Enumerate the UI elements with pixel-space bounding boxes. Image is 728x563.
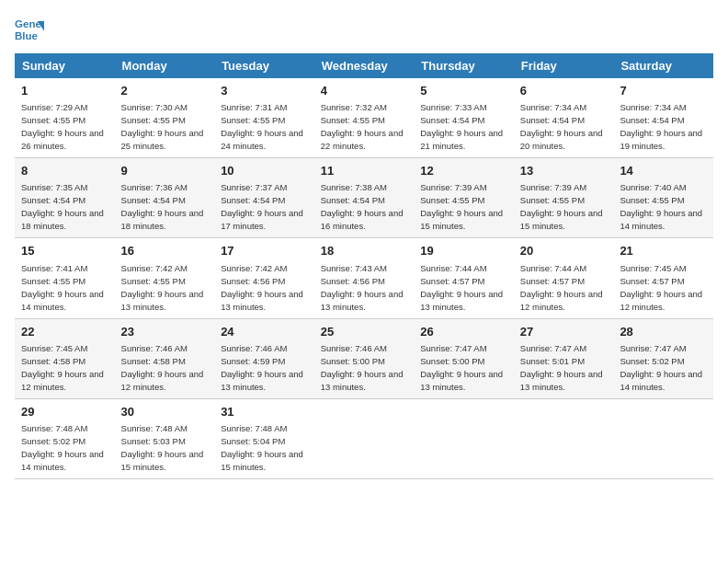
day-cell	[314, 398, 415, 478]
week-row-4: 22 Sunrise: 7:45 AMSunset: 4:58 PMDaylig…	[15, 318, 713, 398]
day-cell: 23 Sunrise: 7:46 AMSunset: 4:58 PMDaylig…	[115, 318, 215, 398]
day-cell: 28 Sunrise: 7:47 AMSunset: 5:02 PMDaylig…	[613, 318, 713, 398]
day-info: Sunrise: 7:47 AMSunset: 5:02 PMDaylight:…	[620, 343, 702, 392]
day-cell: 24 Sunrise: 7:46 AMSunset: 4:59 PMDaylig…	[214, 318, 314, 398]
day-number: 17	[221, 243, 308, 259]
page-header: General Blue	[15, 15, 713, 44]
day-cell: 16 Sunrise: 7:42 AMSunset: 4:55 PMDaylig…	[115, 238, 215, 318]
day-info: Sunrise: 7:42 AMSunset: 4:55 PMDaylight:…	[121, 263, 204, 312]
col-header-tuesday: Tuesday	[214, 53, 314, 78]
day-info: Sunrise: 7:45 AMSunset: 4:57 PMDaylight:…	[620, 263, 702, 312]
day-info: Sunrise: 7:48 AMSunset: 5:03 PMDaylight:…	[121, 423, 204, 472]
day-cell: 13 Sunrise: 7:39 AMSunset: 4:55 PMDaylig…	[514, 158, 614, 238]
col-header-monday: Monday	[115, 53, 215, 78]
col-header-saturday: Saturday	[613, 53, 713, 78]
col-header-thursday: Thursday	[414, 53, 514, 78]
day-cell: 4 Sunrise: 7:32 AMSunset: 4:55 PMDayligh…	[314, 78, 415, 158]
day-info: Sunrise: 7:33 AMSunset: 4:54 PMDaylight:…	[420, 102, 503, 151]
day-number: 25	[321, 324, 408, 340]
day-cell: 18 Sunrise: 7:43 AMSunset: 4:56 PMDaylig…	[314, 238, 415, 318]
day-number: 23	[121, 324, 209, 340]
day-info: Sunrise: 7:31 AMSunset: 4:55 PMDaylight:…	[221, 102, 303, 151]
day-cell: 14 Sunrise: 7:40 AMSunset: 4:55 PMDaylig…	[613, 158, 713, 238]
week-row-3: 15 Sunrise: 7:41 AMSunset: 4:55 PMDaylig…	[15, 238, 713, 318]
day-cell: 22 Sunrise: 7:45 AMSunset: 4:58 PMDaylig…	[15, 318, 115, 398]
day-number: 14	[620, 163, 707, 179]
day-cell: 2 Sunrise: 7:30 AMSunset: 4:55 PMDayligh…	[115, 78, 215, 158]
day-info: Sunrise: 7:40 AMSunset: 4:55 PMDaylight:…	[620, 182, 702, 231]
day-number: 4	[321, 83, 408, 99]
day-cell: 7 Sunrise: 7:34 AMSunset: 4:54 PMDayligh…	[613, 78, 713, 158]
col-header-wednesday: Wednesday	[314, 53, 415, 78]
day-info: Sunrise: 7:47 AMSunset: 5:01 PMDaylight:…	[520, 343, 603, 392]
day-info: Sunrise: 7:41 AMSunset: 4:55 PMDaylight:…	[21, 263, 104, 312]
day-number: 19	[420, 243, 507, 259]
day-cell: 15 Sunrise: 7:41 AMSunset: 4:55 PMDaylig…	[15, 238, 115, 318]
week-row-5: 29 Sunrise: 7:48 AMSunset: 5:02 PMDaylig…	[15, 398, 713, 478]
day-number: 24	[221, 324, 308, 340]
calendar-table: SundayMondayTuesdayWednesdayThursdayFrid…	[15, 53, 713, 479]
day-info: Sunrise: 7:48 AMSunset: 5:04 PMDaylight:…	[221, 423, 303, 472]
day-info: Sunrise: 7:46 AMSunset: 4:58 PMDaylight:…	[121, 343, 204, 392]
day-info: Sunrise: 7:47 AMSunset: 5:00 PMDaylight:…	[420, 343, 503, 392]
day-info: Sunrise: 7:43 AMSunset: 4:56 PMDaylight:…	[321, 263, 404, 312]
day-cell: 25 Sunrise: 7:46 AMSunset: 5:00 PMDaylig…	[314, 318, 415, 398]
day-number: 28	[620, 324, 707, 340]
day-number: 20	[520, 243, 608, 259]
day-cell	[613, 398, 713, 478]
day-cell: 1 Sunrise: 7:29 AMSunset: 4:55 PMDayligh…	[15, 78, 115, 158]
logo-icon: General Blue	[15, 15, 44, 44]
day-info: Sunrise: 7:30 AMSunset: 4:55 PMDaylight:…	[121, 102, 204, 151]
day-number: 2	[121, 83, 209, 99]
day-info: Sunrise: 7:44 AMSunset: 4:57 PMDaylight:…	[520, 263, 603, 312]
day-cell: 6 Sunrise: 7:34 AMSunset: 4:54 PMDayligh…	[514, 78, 614, 158]
day-cell: 5 Sunrise: 7:33 AMSunset: 4:54 PMDayligh…	[414, 78, 514, 158]
day-info: Sunrise: 7:38 AMSunset: 4:54 PMDaylight:…	[321, 182, 404, 231]
day-number: 27	[520, 324, 608, 340]
day-cell: 31 Sunrise: 7:48 AMSunset: 5:04 PMDaylig…	[214, 398, 314, 478]
day-number: 10	[221, 163, 308, 179]
day-number: 15	[21, 243, 108, 259]
col-header-friday: Friday	[514, 53, 614, 78]
day-number: 9	[121, 163, 209, 179]
day-number: 12	[420, 163, 507, 179]
svg-text:Blue: Blue	[15, 30, 39, 41]
logo: General Blue	[15, 15, 44, 44]
day-number: 6	[520, 83, 608, 99]
day-cell: 27 Sunrise: 7:47 AMSunset: 5:01 PMDaylig…	[514, 318, 614, 398]
day-number: 3	[221, 83, 308, 99]
week-row-1: 1 Sunrise: 7:29 AMSunset: 4:55 PMDayligh…	[15, 78, 713, 158]
day-cell: 29 Sunrise: 7:48 AMSunset: 5:02 PMDaylig…	[15, 398, 115, 478]
day-info: Sunrise: 7:39 AMSunset: 4:55 PMDaylight:…	[520, 182, 603, 231]
day-cell: 30 Sunrise: 7:48 AMSunset: 5:03 PMDaylig…	[115, 398, 215, 478]
day-cell	[414, 398, 514, 478]
day-info: Sunrise: 7:46 AMSunset: 4:59 PMDaylight:…	[221, 343, 303, 392]
day-cell: 8 Sunrise: 7:35 AMSunset: 4:54 PMDayligh…	[15, 158, 115, 238]
day-info: Sunrise: 7:39 AMSunset: 4:55 PMDaylight:…	[420, 182, 503, 231]
day-cell: 11 Sunrise: 7:38 AMSunset: 4:54 PMDaylig…	[314, 158, 415, 238]
day-number: 5	[420, 83, 507, 99]
day-number: 31	[221, 404, 308, 420]
day-info: Sunrise: 7:42 AMSunset: 4:56 PMDaylight:…	[221, 263, 303, 312]
day-info: Sunrise: 7:37 AMSunset: 4:54 PMDaylight:…	[221, 182, 303, 231]
day-info: Sunrise: 7:35 AMSunset: 4:54 PMDaylight:…	[21, 182, 104, 231]
day-cell: 20 Sunrise: 7:44 AMSunset: 4:57 PMDaylig…	[514, 238, 614, 318]
day-number: 13	[520, 163, 608, 179]
day-cell: 10 Sunrise: 7:37 AMSunset: 4:54 PMDaylig…	[214, 158, 314, 238]
day-cell	[514, 398, 614, 478]
day-number: 26	[420, 324, 507, 340]
day-number: 11	[321, 163, 408, 179]
day-cell: 26 Sunrise: 7:47 AMSunset: 5:00 PMDaylig…	[414, 318, 514, 398]
week-row-2: 8 Sunrise: 7:35 AMSunset: 4:54 PMDayligh…	[15, 158, 713, 238]
day-info: Sunrise: 7:46 AMSunset: 5:00 PMDaylight:…	[321, 343, 404, 392]
day-info: Sunrise: 7:48 AMSunset: 5:02 PMDaylight:…	[21, 423, 104, 472]
day-info: Sunrise: 7:44 AMSunset: 4:57 PMDaylight:…	[420, 263, 503, 312]
day-number: 16	[121, 243, 209, 259]
day-number: 8	[21, 163, 108, 179]
day-info: Sunrise: 7:36 AMSunset: 4:54 PMDaylight:…	[121, 182, 204, 231]
day-info: Sunrise: 7:34 AMSunset: 4:54 PMDaylight:…	[620, 102, 702, 151]
day-cell: 19 Sunrise: 7:44 AMSunset: 4:57 PMDaylig…	[414, 238, 514, 318]
day-number: 1	[21, 83, 108, 99]
day-info: Sunrise: 7:29 AMSunset: 4:55 PMDaylight:…	[21, 102, 104, 151]
day-number: 30	[121, 404, 209, 420]
